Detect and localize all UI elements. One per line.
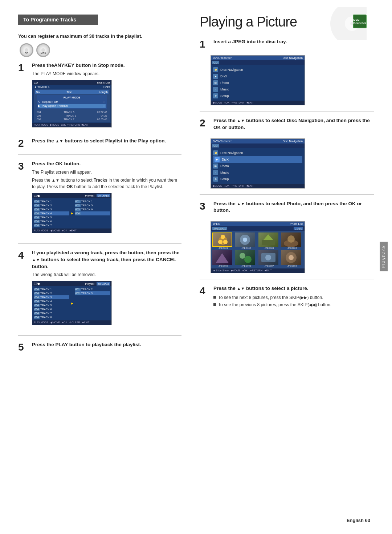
ns-row-disc-nav: 📁Disc Navigation xyxy=(213,66,302,73)
svg-point-4 xyxy=(221,235,225,239)
right-step-2-block: 2 Press the ▲▼ buttons to select Disc Na… xyxy=(200,117,374,133)
pm-repeat-row: ↻Repeat : Off↔ xyxy=(38,100,106,104)
page-number: 63 xyxy=(365,518,370,523)
photo-grid: JPEG001 JPEG002 JPEG003 xyxy=(211,231,305,268)
photo-thumb-2: JPEG002 xyxy=(235,232,257,249)
pm-track-row: ◄ TRACK 1 01/15 xyxy=(32,85,111,89)
jpeg-badge: DVD-Recorder xyxy=(353,15,367,28)
ns-footer-1: ◆MOVE●OK↩RETURN■EXIT xyxy=(211,101,305,105)
ps2-right-row-1: 001TRACK 2 xyxy=(75,287,110,291)
intro-note: You can register a maximum of 30 tracks … xyxy=(18,33,181,39)
ns2-row-disc-nav: 📁Disc Navigation xyxy=(213,150,302,156)
svg-rect-9 xyxy=(262,240,275,245)
step-1-block: 1 Press theANYKEY Press the ANYKEY butto… xyxy=(18,62,181,132)
ps2-right-row-2: 002TRACK 3 xyxy=(75,291,110,295)
nav-screen-1-wrapper: DVD-Recorder Disc Navigation CD 📁Disc Na… xyxy=(200,55,374,105)
ps-left-row-1: 004TRACK 1 xyxy=(34,199,69,203)
right-step-1-number: 1 xyxy=(200,39,211,49)
ns-row-divx: ▶DivX xyxy=(213,73,302,80)
ps2-left-col: 004TRACK 1 004TRACK 2 004TRACK 3 004TRAC… xyxy=(34,287,69,319)
right-step-2-main: Press the ▲▼ buttons to select Disc Navi… xyxy=(213,117,374,131)
nav-screen-2: DVD-Recorder Disc Navigation CD 📁Disc Na… xyxy=(211,138,305,189)
ps2-left-row-8: 004TRACK 8 xyxy=(34,315,69,319)
ps-footer-1: PLAY MODE◆MOVE●OK■EXIT xyxy=(32,228,111,233)
section-header: To Programme Tracks xyxy=(18,15,98,25)
photo-thumb-5: JPEG005 xyxy=(212,250,234,267)
ns-row-setup: ⚙Setup xyxy=(213,93,302,99)
ps-right-row-3: 003TRACK 6 xyxy=(75,207,110,211)
ps2-left-row-5: 004TRACK 5 xyxy=(34,303,69,307)
step-5-number: 5 xyxy=(18,342,29,352)
ps-body-1: 004TRACK 1 004TRACK 2 004TRACK 3 004TRAC… xyxy=(32,198,111,228)
left-column: To Programme Tracks You can register a m… xyxy=(18,15,192,519)
step-1-sub: The PLAY MODE window appears. xyxy=(32,70,181,77)
step-3-main: Press the OK button. xyxy=(32,161,181,167)
photo-thumb-3: JPEG003 xyxy=(258,232,280,249)
right-step-4-number: 4 xyxy=(200,286,211,296)
mp3-disc-icon: MP3 xyxy=(36,43,50,57)
svg-point-6 xyxy=(223,240,228,244)
right-step-3-number: 3 xyxy=(200,201,211,211)
page-title-area: Playing a Picture DVD-Recorder xyxy=(200,15,374,30)
right-step-4-main: Press the ▲▼ buttons to select a picture… xyxy=(213,285,374,292)
photo-thumb-4: JPEG004 xyxy=(281,232,303,249)
ps-footer-2: PLAY MODE◆MOVE●OK⊘CLEAR■EXIT xyxy=(32,320,111,325)
ns-footer-2: ◆MOVE●OK↩RETURN■EXIT xyxy=(211,184,305,188)
ns-row-photo: 🖼Photo xyxy=(213,80,302,86)
ps-left-row-4: 004TRACK 4 xyxy=(34,211,69,215)
step-2-number: 2 xyxy=(18,138,29,149)
photo-thumb-8: JPEG008 xyxy=(281,250,303,267)
divider-3 xyxy=(18,335,181,336)
right-step-4-content: Press the ▲▼ buttons to select a picture… xyxy=(213,285,374,310)
ps-right-row-4: 004 xyxy=(75,211,110,215)
ps-left-row-6: 004TRACK 6 xyxy=(34,219,69,223)
step-2-main: Press the ▲▼ buttons to select Playlist … xyxy=(32,138,181,145)
step-1-number: 1 xyxy=(18,63,29,73)
ns-topbar-2: DVD-Recorder Disc Navigation xyxy=(211,139,305,143)
right-divider-1 xyxy=(200,111,374,112)
step-3-number: 3 xyxy=(18,161,29,171)
right-divider-3 xyxy=(200,279,374,279)
right-step-3-content: Press the ▲▼ buttons to select Photo, an… xyxy=(213,201,374,216)
step-3-content: Press the OK button. The Playlist screen… xyxy=(32,161,181,238)
ns2-row-music: ♪Music xyxy=(213,169,302,176)
right-divider-2 xyxy=(200,194,374,195)
bullet-1: To see the next 8 pictures, press the SK… xyxy=(213,295,374,300)
ns2-row-divx: ▶DivX xyxy=(213,156,302,163)
pm-top-left: CD xyxy=(34,81,38,84)
ps-left-row-3: 004TRACK 3 xyxy=(34,207,69,211)
step-4-content: If you playlisted a wrong track, press t… xyxy=(32,250,181,330)
bullet-2: To see the previous 8 pictures, press th… xyxy=(213,302,374,307)
pm-footer: PLAY MODE◆MOVE●OK↩RETURN■EXIT xyxy=(32,123,111,127)
step-5-main: Press the PLAY button to playback the pl… xyxy=(32,341,181,348)
svg-point-5 xyxy=(218,240,222,244)
svg-marker-10 xyxy=(264,234,273,240)
svg-point-17 xyxy=(265,255,271,260)
ps-left-col: 004TRACK 1 004TRACK 2 004TRACK 3 004TRAC… xyxy=(34,199,69,227)
english-label: English xyxy=(347,518,364,523)
ps-header-1: CD ▶ Playlist 60 06/15 xyxy=(32,193,111,198)
ns2-row-photo: 🖼Photo xyxy=(213,163,302,169)
right-step-3-main: Press the ▲▼ buttons to select Photo, an… xyxy=(213,201,374,214)
nav-screen-1: DVD-Recorder Disc Navigation CD 📁Disc Na… xyxy=(211,55,305,105)
disc-icon-row: CD MP3 xyxy=(18,43,181,57)
right-step-3-block: 3 Press the ▲▼ buttons to select Photo, … xyxy=(200,201,374,216)
ps-left-row-2: 004TRACK 2 xyxy=(34,203,69,207)
page-number-area: English 63 xyxy=(347,518,370,523)
ps2-left-row-6: 004TRACK 6 xyxy=(34,307,69,311)
step-2-block: 2 Press the ▲▼ buttons to select Playlis… xyxy=(18,138,181,149)
ns-body-2: 📁Disc Navigation ▶DivX 🖼Photo ♪Music ⚙Se… xyxy=(211,148,305,184)
photo-thumb-1: JPEG001 xyxy=(212,232,234,249)
arrow-separator: ▶ xyxy=(69,211,75,215)
photo-screen: JPEG Photo List JPEG001 01/10 JPEG001 xyxy=(211,221,305,273)
svg-point-12 xyxy=(287,235,295,243)
ps-left-row-5: 004TRACK 5 xyxy=(34,215,69,219)
cd-disc-icon: CD xyxy=(20,43,33,57)
step-3-sub1: The Playlist screen will appear. xyxy=(32,169,181,175)
playlist-screen-1: CD ▶ Playlist 60 06/15 004TRACK 1 xyxy=(32,193,112,233)
step-5-block: 5 Press the PLAY button to playback the … xyxy=(18,341,181,352)
right-step-2-number: 2 xyxy=(200,118,211,128)
ps2-left-row-7: 004TRACK 7 xyxy=(34,311,69,315)
right-step-2-content: Press the ▲▼ buttons to select Disc Navi… xyxy=(213,117,374,133)
step-4-block: 4 If you playlisted a wrong track, press… xyxy=(18,250,181,330)
